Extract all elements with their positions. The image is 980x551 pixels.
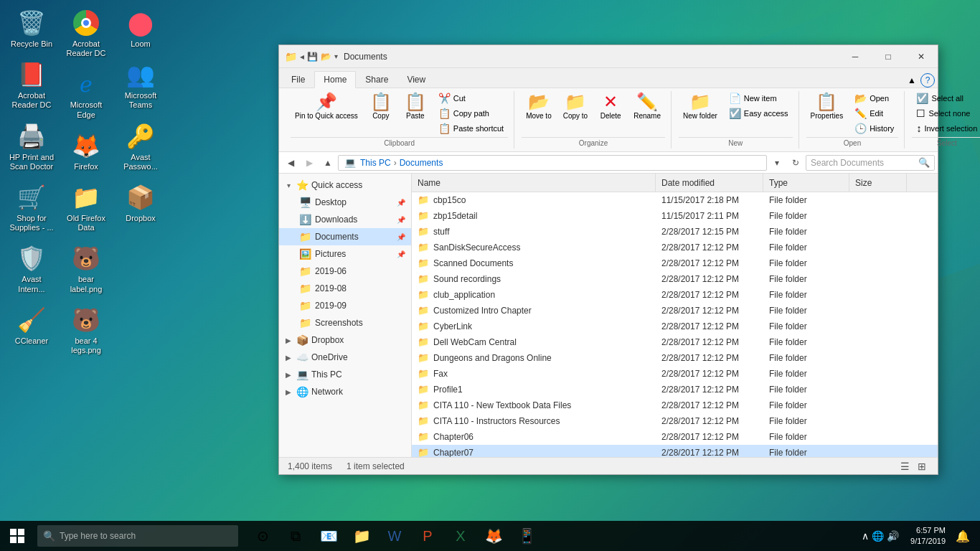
desktop-icon-edge[interactable]: ℯ Microsoft Edge bbox=[60, 67, 112, 122]
path-documents[interactable]: Documents bbox=[400, 158, 443, 168]
taskbar-excel[interactable]: X bbox=[445, 521, 476, 551]
invert-selection-button[interactable]: ↕️ Invert selection bbox=[912, 121, 980, 136]
maximize-button[interactable]: □ bbox=[872, 45, 905, 68]
select-all-button[interactable]: ☑️ Select all bbox=[912, 91, 980, 105]
col-header-name[interactable]: Name bbox=[412, 174, 656, 192]
table-row[interactable]: 📁 club_application 2/28/2017 12:12 PM Fi… bbox=[412, 287, 938, 303]
sidebar-item-documents[interactable]: 📁 Documents 📌 bbox=[279, 228, 411, 245]
tray-volume[interactable]: 🔊 bbox=[887, 530, 899, 542]
taskbar-search[interactable]: 🔍 bbox=[37, 525, 238, 547]
taskbar-phone[interactable]: 📱 bbox=[511, 521, 542, 551]
tab-share[interactable]: Share bbox=[356, 70, 397, 88]
paste-button[interactable]: 📋 Paste bbox=[400, 91, 431, 123]
taskbar-task-view[interactable]: ⧉ bbox=[280, 521, 311, 551]
table-row[interactable]: 📁 cbp15co 11/15/2017 2:18 PM File folder bbox=[412, 192, 938, 208]
taskbar-firefox[interactable]: 🦊 bbox=[478, 521, 509, 551]
minimize-button[interactable]: ─ bbox=[839, 45, 872, 68]
desktop-icon-acrobat[interactable]: 📕 Acrobat Reader DC bbox=[6, 57, 57, 113]
notification-button[interactable]: 🔔 bbox=[951, 529, 974, 543]
refresh-dropdown-button[interactable]: ▾ bbox=[768, 154, 786, 171]
search-box[interactable]: 🔍 bbox=[806, 155, 935, 171]
copy-button[interactable]: 📋 Copy bbox=[365, 91, 397, 123]
address-path[interactable]: 💻 This PC › Documents bbox=[338, 155, 767, 171]
desktop-icon-bear-label[interactable]: 🐻 bear label.png bbox=[60, 241, 112, 296]
onedrive-header[interactable]: ▶ ☁️ OneDrive bbox=[279, 349, 411, 366]
desktop-icon-ccleaner[interactable]: 🧹 CCleaner bbox=[6, 303, 57, 349]
desktop-icon-loom[interactable]: ⬤ Loom bbox=[115, 6, 166, 52]
table-row[interactable]: 📁 Chapter06 2/28/2017 12:12 PM File fold… bbox=[412, 429, 938, 445]
table-row[interactable]: 📁 CyberLink 2/28/2017 12:12 PM File fold… bbox=[412, 319, 938, 334]
pin-to-quick-access-button[interactable]: 📌 Pin to Quick access bbox=[291, 91, 362, 123]
tab-file[interactable]: File bbox=[282, 70, 314, 88]
table-row[interactable]: 📁 Sound recordings 2/28/2017 12:12 PM Fi… bbox=[412, 271, 938, 287]
table-row[interactable]: 📁 Dell WebCam Central 2/28/2017 12:12 PM… bbox=[412, 334, 938, 350]
col-header-size[interactable]: Size bbox=[849, 174, 907, 192]
desktop-icon-bear4legs[interactable]: 🐻 bear 4 legs.png bbox=[60, 303, 112, 358]
refresh-button[interactable]: ↻ bbox=[787, 154, 804, 171]
properties-button[interactable]: 📋 Properties bbox=[806, 91, 848, 123]
ribbon-collapse-button[interactable]: ▲ bbox=[905, 74, 919, 87]
taskbar-powerpoint[interactable]: P bbox=[412, 521, 443, 551]
desktop-icon-hp[interactable]: 🖨️ HP Print and Scan Doctor bbox=[6, 119, 57, 174]
taskbar-cortana[interactable]: ⊙ bbox=[247, 521, 278, 551]
open-button[interactable]: 📂 Open bbox=[850, 91, 898, 105]
desktop-icon-old-firefox[interactable]: 📁 Old Firefox Data bbox=[60, 180, 112, 235]
up-button[interactable]: ▲ bbox=[319, 154, 336, 171]
forward-button[interactable]: ▶ bbox=[301, 154, 318, 171]
table-row[interactable]: 📁 Dungeons and Dragons Online 2/28/2017 … bbox=[412, 350, 938, 366]
taskbar-search-input[interactable] bbox=[60, 531, 232, 541]
col-header-date[interactable]: Date modified bbox=[656, 174, 763, 192]
network-header[interactable]: ▶ 🌐 Network bbox=[279, 383, 411, 400]
desktop-icon-dropbox[interactable]: 📦 Dropbox bbox=[115, 180, 166, 226]
sidebar-item-2019-08[interactable]: 📁 2019-08 bbox=[279, 280, 411, 297]
tray-network[interactable]: 🌐 bbox=[872, 530, 884, 542]
new-folder-button[interactable]: 📁 New folder bbox=[679, 91, 722, 123]
table-row[interactable]: 📁 Profile1 2/28/2017 12:12 PM File folde… bbox=[412, 382, 938, 397]
sidebar-item-2019-06[interactable]: 📁 2019-06 bbox=[279, 263, 411, 280]
desktop-icon-avast-password[interactable]: 🔑 Avast Passwo... bbox=[115, 119, 166, 174]
delete-button[interactable]: ✕ Delete bbox=[595, 91, 626, 123]
desktop-icon-microsoft-teams[interactable]: 👥 Microsoft Teams bbox=[115, 57, 166, 113]
table-row[interactable]: 📁 Chapter07 2/28/2017 12:12 PM File fold… bbox=[412, 445, 938, 457]
sidebar-item-pictures[interactable]: 🖼️ Pictures 📌 bbox=[279, 245, 411, 263]
view-details-button[interactable]: ☰ bbox=[897, 459, 912, 474]
start-button[interactable] bbox=[0, 521, 34, 551]
sidebar-item-downloads[interactable]: ⬇️ Downloads 📌 bbox=[279, 211, 411, 228]
table-row[interactable]: 📁 Fax 2/28/2017 12:12 PM File folder bbox=[412, 366, 938, 382]
copy-to-button[interactable]: 📁 Copy to bbox=[559, 91, 592, 123]
rename-button[interactable]: ✏️ Rename bbox=[629, 91, 665, 123]
quick-access-header[interactable]: ▾ ⭐ Quick access bbox=[279, 176, 411, 194]
new-item-button[interactable]: 📄 New item bbox=[725, 91, 793, 105]
table-row[interactable]: 📁 CITA 110 - New Textbook Data Files 2/2… bbox=[412, 397, 938, 413]
close-button[interactable]: ✕ bbox=[905, 45, 938, 68]
dropbox-header[interactable]: ▶ 📦 Dropbox bbox=[279, 331, 411, 349]
table-row[interactable]: 📁 stuff 2/28/2017 12:15 PM File folder bbox=[412, 224, 938, 240]
move-to-button[interactable]: 📂 Move to bbox=[522, 91, 556, 123]
history-button[interactable]: 🕒 History bbox=[850, 121, 898, 136]
edit-button[interactable]: ✏️ Edit bbox=[850, 106, 898, 121]
tab-view[interactable]: View bbox=[397, 70, 435, 88]
back-button[interactable]: ◀ bbox=[282, 154, 299, 171]
desktop-icon-avast-internet[interactable]: 🛡️ Avast Intern... bbox=[6, 241, 57, 296]
table-row[interactable]: 📁 zbp15detail 11/15/2017 2:11 PM File fo… bbox=[412, 208, 938, 224]
cut-button[interactable]: ✂️ Cut bbox=[434, 91, 508, 105]
table-row[interactable]: 📁 Customized Intro Chapter 2/28/2017 12:… bbox=[412, 303, 938, 319]
copy-path-button[interactable]: 📋 Copy path bbox=[434, 106, 508, 121]
search-input[interactable] bbox=[811, 158, 918, 168]
desktop-icon-firefox[interactable]: 🦊 Firefox bbox=[60, 128, 112, 174]
col-header-type[interactable]: Type bbox=[763, 174, 849, 192]
desktop-icon-chrome[interactable]: Acrobat Reader DC bbox=[60, 6, 112, 61]
easy-access-button[interactable]: ☑️ Easy access bbox=[725, 106, 793, 121]
taskbar-file-explorer[interactable]: 📁 bbox=[346, 521, 377, 551]
sidebar-item-2019-09[interactable]: 📁 2019-09 bbox=[279, 297, 411, 314]
tray-clock[interactable]: 6:57 PM 9/17/2019 bbox=[905, 525, 951, 547]
help-button[interactable]: ? bbox=[920, 73, 935, 88]
table-row[interactable]: 📁 Scanned Documents 2/28/2017 12:12 PM F… bbox=[412, 255, 938, 271]
sidebar-item-desktop[interactable]: 🖥️ Desktop 📌 bbox=[279, 194, 411, 211]
desktop-icon-recycle-bin[interactable]: 🗑️ Recycle Bin bbox=[6, 6, 57, 52]
desktop-icon-shop[interactable]: 🛒 Shop for Supplies - ... bbox=[6, 180, 57, 235]
sidebar-item-screenshots[interactable]: 📁 Screenshots bbox=[279, 314, 411, 331]
view-large-icons-button[interactable]: ⊞ bbox=[915, 459, 929, 474]
path-this-pc[interactable]: This PC bbox=[360, 158, 391, 168]
table-row[interactable]: 📁 CITA 110 - Instructors Resources 2/28/… bbox=[412, 413, 938, 429]
